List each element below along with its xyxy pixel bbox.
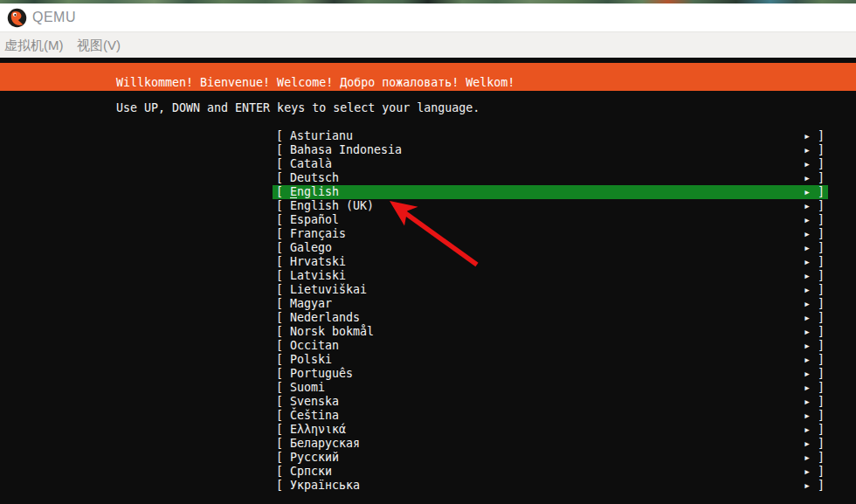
expand-arrow-icon: ▸ ]	[804, 171, 825, 185]
language-label: [ Latviski	[276, 269, 346, 282]
language-row: [ Hrvatski▸ ]	[273, 255, 828, 269]
language-row: [ Català▸ ]	[273, 157, 828, 171]
language-row: [ Русский▸ ]	[273, 451, 828, 465]
expand-arrow-icon: ▸ ]	[804, 311, 825, 325]
language-row: [ Ελληνικά▸ ]	[273, 423, 828, 437]
expand-arrow-icon: ▸ ]	[804, 381, 825, 395]
expand-arrow-icon: ▸ ]	[804, 269, 825, 283]
expand-arrow-icon: ▸ ]	[804, 297, 825, 311]
expand-arrow-icon: ▸ ]	[804, 437, 825, 451]
language-row: [ Galego▸ ]	[273, 241, 828, 255]
language-label: [ Polski	[276, 353, 332, 366]
expand-arrow-icon: ▸ ]	[804, 339, 825, 353]
language-label: [ Беларуская	[276, 437, 360, 450]
language-row: [ Lietuviškai▸ ]	[273, 283, 828, 297]
language-label: [ Suomi	[276, 381, 325, 394]
language-row: [ Latviski▸ ]	[273, 269, 828, 283]
language-row: [ English▸ ]	[273, 185, 828, 199]
language-row: [ Svenska▸ ]	[273, 395, 828, 409]
language-label: [ Deutsch	[276, 171, 339, 184]
language-label: [ Español	[276, 213, 339, 226]
expand-arrow-icon: ▸ ]	[804, 157, 825, 171]
language-label: [ English (UK)	[276, 199, 374, 212]
expand-arrow-icon: ▸ ]	[804, 199, 825, 213]
expand-arrow-icon: ▸ ]	[804, 423, 825, 437]
expand-arrow-icon: ▸ ]	[804, 185, 825, 199]
expand-arrow-icon: ▸ ]	[804, 213, 825, 227]
language-row: [ Norsk bokmål▸ ]	[273, 325, 828, 339]
qemu-window: QEMU 虚拟机(M) 视图(V) Willkommen! Bienvenue!…	[0, 0, 856, 504]
language-label: [ Magyar	[276, 297, 332, 310]
language-label: [ English	[276, 185, 339, 198]
language-list: [ Asturianu▸ ][ Bahasa Indonesia▸ ][ Cat…	[273, 129, 828, 493]
expand-arrow-icon: ▸ ]	[804, 451, 825, 465]
vm-console-display[interactable]: Willkommen! Bienvenue! Welcome! Добро по…	[0, 58, 856, 504]
language-row: [ Čeština▸ ]	[273, 409, 828, 423]
language-label: [ Hrvatski	[276, 255, 346, 268]
language-row: [ Беларуская▸ ]	[273, 437, 828, 451]
language-label: [ Català	[276, 157, 332, 170]
qemu-logo-icon	[7, 8, 27, 28]
window-titlebar[interactable]: QEMU	[0, 3, 856, 31]
menu-virtual-machine[interactable]: 虚拟机(M)	[4, 32, 64, 59]
expand-arrow-icon: ▸ ]	[804, 465, 825, 479]
language-label: [ Ελληνικά	[276, 423, 346, 436]
language-label: [ Lietuviškai	[276, 283, 367, 296]
language-row: [ Español▸ ]	[273, 213, 828, 227]
expand-arrow-icon: ▸ ]	[804, 395, 825, 409]
instruction-text: Use UP, DOWN and ENTER keys to select yo…	[116, 101, 480, 115]
language-label: [ Русский	[276, 451, 339, 464]
welcome-banner-text: Willkommen! Bienvenue! Welcome! Добро по…	[116, 76, 514, 90]
menu-view[interactable]: 视图(V)	[77, 32, 121, 59]
language-row: [ Magyar▸ ]	[273, 297, 828, 311]
language-row: [ Français▸ ]	[273, 227, 828, 241]
expand-arrow-icon: ▸ ]	[804, 255, 825, 269]
expand-arrow-icon: ▸ ]	[804, 227, 825, 241]
language-row: [ Deutsch▸ ]	[273, 171, 828, 185]
expand-arrow-icon: ▸ ]	[804, 409, 825, 423]
language-label: [ Bahasa Indonesia	[276, 143, 402, 156]
language-row: [ Українська▸ ]	[273, 479, 828, 493]
language-row: [ Српски▸ ]	[273, 465, 828, 479]
language-row: [ Polski▸ ]	[273, 353, 828, 367]
language-row: [ Occitan▸ ]	[273, 339, 828, 353]
selection-cursor: E	[290, 185, 297, 198]
language-label: [ Українська	[276, 479, 360, 492]
expand-arrow-icon: ▸ ]	[804, 143, 825, 157]
expand-arrow-icon: ▸ ]	[804, 367, 825, 381]
language-row: [ English (UK)▸ ]	[273, 199, 828, 213]
expand-arrow-icon: ▸ ]	[804, 283, 825, 297]
language-row: [ Bahasa Indonesia▸ ]	[273, 143, 828, 157]
language-label: [ Occitan	[276, 339, 339, 352]
expand-arrow-icon: ▸ ]	[804, 129, 825, 143]
language-label: [ Čeština	[276, 409, 339, 422]
welcome-banner: Willkommen! Bienvenue! Welcome! Добро по…	[0, 63, 856, 91]
expand-arrow-icon: ▸ ]	[804, 353, 825, 367]
language-label: [ Galego	[276, 241, 332, 254]
language-label: [ Français	[276, 227, 346, 240]
language-label: [ Português	[276, 367, 353, 380]
menu-bar: 虚拟机(M) 视图(V)	[0, 31, 856, 58]
language-row: [ Asturianu▸ ]	[273, 129, 828, 143]
language-row: [ Português▸ ]	[273, 367, 828, 381]
language-label: [ Српски	[276, 465, 332, 478]
language-label: [ Svenska	[276, 395, 339, 408]
expand-arrow-icon: ▸ ]	[804, 325, 825, 339]
expand-arrow-icon: ▸ ]	[804, 241, 825, 255]
expand-arrow-icon: ▸ ]	[804, 479, 825, 493]
window-title: QEMU	[32, 10, 76, 25]
language-label: [ Norsk bokmål	[276, 325, 374, 338]
language-row: [ Nederlands▸ ]	[273, 311, 828, 325]
language-row: [ Suomi▸ ]	[273, 381, 828, 395]
language-label: [ Asturianu	[276, 129, 353, 142]
language-label: [ Nederlands	[276, 311, 360, 324]
